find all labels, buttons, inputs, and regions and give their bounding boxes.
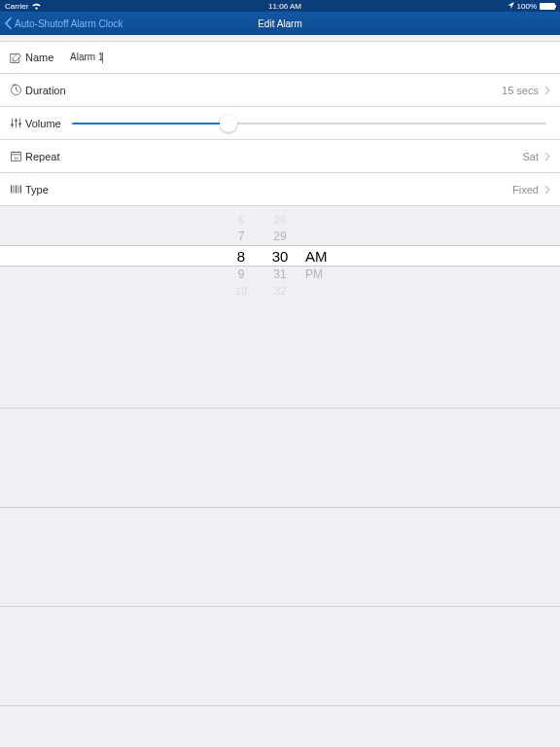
picker-hour[interactable]: 6 bbox=[222, 212, 261, 229]
repeat-row[interactable]: 16 Repeat Sat bbox=[0, 140, 560, 173]
duration-row[interactable]: Duration 15 secs bbox=[0, 74, 560, 107]
svg-point-5 bbox=[11, 124, 13, 125]
battery-icon bbox=[540, 3, 555, 10]
back-label: Auto-Shutoff Alarm Clock bbox=[15, 18, 123, 29]
chevron-right-icon bbox=[544, 185, 550, 195]
volume-label: Volume bbox=[25, 118, 70, 129]
svg-point-6 bbox=[15, 120, 17, 122]
status-time: 11:06 AM bbox=[5, 2, 560, 11]
picker-minute[interactable]: 28 bbox=[261, 212, 299, 229]
duration-label: Duration bbox=[25, 85, 70, 96]
name-row[interactable]: Name Alarm 1 bbox=[0, 41, 560, 74]
clock-icon bbox=[10, 84, 25, 96]
picker-hour-selected[interactable]: 8 bbox=[222, 246, 261, 266]
type-value: Fixed bbox=[512, 184, 539, 196]
sliders-icon bbox=[10, 117, 25, 129]
nav-bar: Auto-Shutoff Alarm Clock Edit Alarm bbox=[0, 12, 560, 35]
type-row[interactable]: Type Fixed bbox=[0, 173, 560, 206]
barcode-icon bbox=[10, 183, 25, 196]
back-button[interactable]: Auto-Shutoff Alarm Clock bbox=[0, 18, 123, 29]
picker-minute-selected[interactable]: 30 bbox=[261, 246, 299, 266]
repeat-value: Sat bbox=[522, 151, 539, 162]
picker-ampm-selected[interactable]: AM bbox=[299, 246, 338, 266]
svg-text:16: 16 bbox=[14, 156, 18, 160]
repeat-label: Repeat bbox=[25, 151, 70, 162]
picker-hour[interactable]: 9 bbox=[222, 267, 261, 283]
calendar-icon: 16 bbox=[10, 150, 25, 162]
spacer-section bbox=[0, 309, 560, 747]
compose-icon bbox=[10, 52, 25, 64]
picker-minute[interactable]: 31 bbox=[261, 267, 299, 283]
picker-minute[interactable]: 29 bbox=[261, 229, 299, 245]
chevron-right-icon bbox=[544, 86, 550, 95]
picker-ampm[interactable]: PM bbox=[299, 267, 338, 283]
picker-hour[interactable]: 10 bbox=[222, 283, 261, 300]
name-input[interactable]: Alarm 1 bbox=[70, 52, 103, 63]
chevron-right-icon bbox=[544, 152, 550, 161]
svg-point-7 bbox=[18, 123, 20, 124]
chevron-left-icon bbox=[4, 18, 13, 29]
picker-minute[interactable]: 32 bbox=[261, 283, 299, 300]
duration-value: 15 secs bbox=[502, 85, 539, 96]
type-label: Type bbox=[25, 184, 70, 196]
time-picker[interactable]: 6 28 7 29 8 30 AM 9 31 PM 10 32 bbox=[0, 206, 560, 309]
volume-row: Volume bbox=[0, 107, 560, 140]
status-bar: 11:06 AM Carrier 100% bbox=[0, 0, 560, 12]
picker-hour[interactable]: 7 bbox=[222, 229, 261, 245]
volume-slider[interactable] bbox=[72, 114, 546, 133]
name-label: Name bbox=[25, 52, 70, 63]
